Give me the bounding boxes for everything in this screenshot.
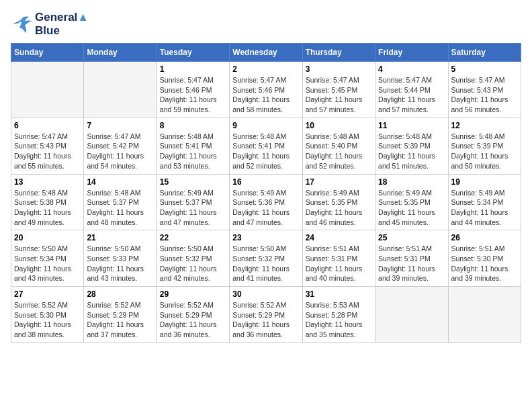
day-number: 6 (14, 121, 81, 130)
calendar-cell: 10Sunrise: 5:48 AMSunset: 5:40 PMDayligh… (302, 118, 375, 174)
weekday-header: Wednesday (230, 44, 302, 62)
calendar-cell: 15Sunrise: 5:49 AMSunset: 5:37 PMDayligh… (157, 174, 229, 230)
calendar-cell: 5Sunrise: 5:47 AMSunset: 5:43 PMDaylight… (448, 62, 521, 118)
calendar-cell: 14Sunrise: 5:48 AMSunset: 5:37 PMDayligh… (84, 174, 157, 230)
day-number: 13 (14, 177, 81, 187)
day-info: Sunrise: 5:50 AMSunset: 5:32 PMDaylight:… (160, 244, 226, 283)
day-number: 21 (87, 233, 153, 242)
calendar-cell (84, 62, 157, 118)
day-number: 19 (451, 177, 518, 187)
calendar-cell: 21Sunrise: 5:50 AMSunset: 5:33 PMDayligh… (84, 230, 157, 287)
day-number: 30 (232, 289, 299, 299)
calendar-cell: 7Sunrise: 5:47 AMSunset: 5:42 PMDaylight… (84, 118, 157, 174)
calendar-header-row: SundayMondayTuesdayWednesdayThursdayFrid… (11, 44, 521, 62)
weekday-header: Thursday (302, 44, 375, 62)
day-info: Sunrise: 5:47 AMSunset: 5:46 PMDaylight:… (232, 75, 299, 115)
calendar-cell: 28Sunrise: 5:52 AMSunset: 5:29 PMDayligh… (84, 287, 157, 343)
weekday-header: Monday (84, 44, 157, 62)
day-info: Sunrise: 5:47 AMSunset: 5:44 PMDaylight:… (378, 75, 445, 115)
logo: General▲ Blue (11, 11, 89, 38)
calendar-cell: 17Sunrise: 5:49 AMSunset: 5:35 PMDayligh… (302, 174, 375, 230)
weekday-header: Tuesday (157, 44, 229, 62)
day-number: 23 (232, 233, 299, 242)
day-number: 10 (306, 121, 372, 130)
day-info: Sunrise: 5:47 AMSunset: 5:46 PMDaylight:… (160, 75, 226, 115)
day-info: Sunrise: 5:51 AMSunset: 5:31 PMDaylight:… (378, 244, 445, 283)
day-info: Sunrise: 5:48 AMSunset: 5:41 PMDaylight:… (232, 132, 299, 171)
day-number: 15 (160, 177, 226, 187)
day-info: Sunrise: 5:48 AMSunset: 5:40 PMDaylight:… (306, 132, 372, 171)
calendar-cell: 22Sunrise: 5:50 AMSunset: 5:32 PMDayligh… (157, 230, 229, 287)
calendar-week-row: 6Sunrise: 5:47 AMSunset: 5:43 PMDaylight… (11, 118, 521, 174)
day-number: 4 (378, 64, 445, 74)
day-info: Sunrise: 5:48 AMSunset: 5:39 PMDaylight:… (378, 132, 445, 171)
day-info: Sunrise: 5:52 AMSunset: 5:29 PMDaylight:… (160, 300, 226, 340)
day-number: 8 (160, 121, 226, 130)
day-info: Sunrise: 5:49 AMSunset: 5:35 PMDaylight:… (378, 188, 445, 228)
logo-text: General▲ Blue (35, 11, 89, 38)
calendar-week-row: 1Sunrise: 5:47 AMSunset: 5:46 PMDaylight… (11, 62, 521, 118)
day-info: Sunrise: 5:52 AMSunset: 5:29 PMDaylight:… (87, 300, 153, 340)
day-info: Sunrise: 5:47 AMSunset: 5:43 PMDaylight:… (14, 132, 81, 171)
day-info: Sunrise: 5:49 AMSunset: 5:35 PMDaylight:… (306, 188, 372, 228)
weekday-header: Friday (375, 44, 448, 62)
day-info: Sunrise: 5:49 AMSunset: 5:37 PMDaylight:… (160, 188, 226, 228)
calendar-week-row: 13Sunrise: 5:48 AMSunset: 5:38 PMDayligh… (11, 174, 521, 230)
day-info: Sunrise: 5:51 AMSunset: 5:31 PMDaylight:… (306, 244, 372, 283)
day-number: 17 (306, 177, 372, 187)
calendar-cell: 2Sunrise: 5:47 AMSunset: 5:46 PMDaylight… (230, 62, 302, 118)
calendar-cell: 11Sunrise: 5:48 AMSunset: 5:39 PMDayligh… (375, 118, 448, 174)
day-info: Sunrise: 5:47 AMSunset: 5:45 PMDaylight:… (306, 75, 372, 115)
calendar-cell: 4Sunrise: 5:47 AMSunset: 5:44 PMDaylight… (375, 62, 448, 118)
day-number: 5 (451, 64, 518, 74)
day-info: Sunrise: 5:50 AMSunset: 5:33 PMDaylight:… (87, 244, 153, 283)
calendar-cell: 16Sunrise: 5:49 AMSunset: 5:36 PMDayligh… (230, 174, 302, 230)
day-number: 2 (232, 64, 299, 74)
day-info: Sunrise: 5:48 AMSunset: 5:39 PMDaylight:… (451, 132, 518, 171)
calendar-cell: 9Sunrise: 5:48 AMSunset: 5:41 PMDaylight… (230, 118, 302, 174)
day-number: 28 (87, 289, 153, 299)
calendar-cell: 24Sunrise: 5:51 AMSunset: 5:31 PMDayligh… (302, 230, 375, 287)
day-number: 1 (160, 64, 226, 74)
day-number: 20 (14, 233, 81, 242)
calendar-cell: 23Sunrise: 5:50 AMSunset: 5:32 PMDayligh… (230, 230, 302, 287)
day-info: Sunrise: 5:48 AMSunset: 5:41 PMDaylight:… (160, 132, 226, 171)
calendar-cell: 20Sunrise: 5:50 AMSunset: 5:34 PMDayligh… (11, 230, 84, 287)
day-info: Sunrise: 5:52 AMSunset: 5:30 PMDaylight:… (14, 300, 81, 340)
day-info: Sunrise: 5:53 AMSunset: 5:28 PMDaylight:… (306, 300, 372, 340)
page-header: General▲ Blue (11, 11, 521, 38)
calendar-cell (375, 287, 448, 343)
calendar-cell: 26Sunrise: 5:51 AMSunset: 5:30 PMDayligh… (448, 230, 521, 287)
day-number: 7 (87, 121, 153, 130)
calendar-cell: 25Sunrise: 5:51 AMSunset: 5:31 PMDayligh… (375, 230, 448, 287)
calendar-week-row: 20Sunrise: 5:50 AMSunset: 5:34 PMDayligh… (11, 230, 521, 287)
day-number: 11 (378, 121, 445, 130)
calendar-cell: 13Sunrise: 5:48 AMSunset: 5:38 PMDayligh… (11, 174, 84, 230)
day-info: Sunrise: 5:47 AMSunset: 5:43 PMDaylight:… (451, 75, 518, 115)
calendar-cell: 8Sunrise: 5:48 AMSunset: 5:41 PMDaylight… (157, 118, 229, 174)
day-info: Sunrise: 5:47 AMSunset: 5:42 PMDaylight:… (87, 132, 153, 171)
day-number: 22 (160, 233, 226, 242)
calendar-cell: 3Sunrise: 5:47 AMSunset: 5:45 PMDaylight… (302, 62, 375, 118)
weekday-header: Saturday (448, 44, 521, 62)
day-info: Sunrise: 5:48 AMSunset: 5:38 PMDaylight:… (14, 188, 81, 228)
day-number: 16 (232, 177, 299, 187)
day-number: 24 (306, 233, 372, 242)
day-number: 31 (306, 289, 372, 299)
calendar-cell: 30Sunrise: 5:52 AMSunset: 5:29 PMDayligh… (230, 287, 302, 343)
calendar-cell: 1Sunrise: 5:47 AMSunset: 5:46 PMDaylight… (157, 62, 229, 118)
day-info: Sunrise: 5:48 AMSunset: 5:37 PMDaylight:… (87, 188, 153, 228)
day-number: 29 (160, 289, 226, 299)
day-info: Sunrise: 5:49 AMSunset: 5:36 PMDaylight:… (232, 188, 299, 228)
day-number: 25 (378, 233, 445, 242)
calendar-cell: 18Sunrise: 5:49 AMSunset: 5:35 PMDayligh… (375, 174, 448, 230)
calendar-cell: 27Sunrise: 5:52 AMSunset: 5:30 PMDayligh… (11, 287, 84, 343)
day-number: 18 (378, 177, 445, 187)
day-info: Sunrise: 5:49 AMSunset: 5:34 PMDaylight:… (451, 188, 518, 228)
calendar-cell: 29Sunrise: 5:52 AMSunset: 5:29 PMDayligh… (157, 287, 229, 343)
day-number: 26 (451, 233, 518, 242)
day-number: 14 (87, 177, 153, 187)
day-info: Sunrise: 5:50 AMSunset: 5:34 PMDaylight:… (14, 244, 81, 283)
calendar-week-row: 27Sunrise: 5:52 AMSunset: 5:30 PMDayligh… (11, 287, 521, 343)
day-info: Sunrise: 5:50 AMSunset: 5:32 PMDaylight:… (232, 244, 299, 283)
